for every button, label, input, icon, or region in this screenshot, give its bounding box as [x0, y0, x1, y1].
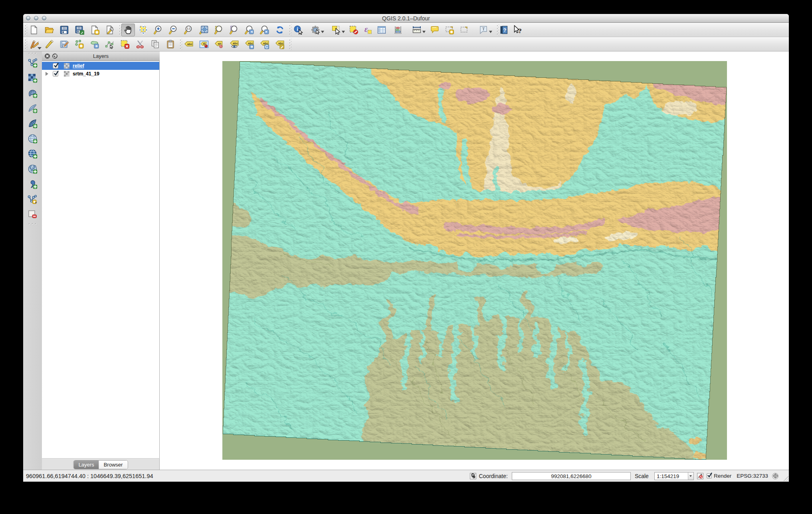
- scale-combo[interactable]: 1:154219: [654, 472, 694, 480]
- add-feature-button[interactable]: [73, 38, 86, 51]
- add-wcs-layer-button[interactable]: [26, 146, 40, 161]
- whats-this-button[interactable]: ?: [511, 24, 525, 36]
- toggle-editing-button[interactable]: [42, 38, 56, 51]
- add-spatialite-layer-button[interactable]: [26, 101, 40, 116]
- layer-checkbox[interactable]: [53, 71, 58, 77]
- toolbar-drag-handle[interactable]: [288, 39, 291, 50]
- pan-to-selection-button[interactable]: [137, 24, 150, 36]
- save-project-as-button[interactable]: [73, 24, 86, 36]
- zoom-native-button[interactable]: 1:1: [182, 24, 196, 36]
- resize-grip[interactable]: [783, 476, 788, 481]
- current-edits-button[interactable]: [27, 38, 41, 51]
- menu-arrow-icon[interactable]: [489, 31, 492, 33]
- zoom-in-button[interactable]: [152, 24, 165, 36]
- select-by-expression-button[interactable]: ε: [361, 24, 374, 36]
- panel-close-button[interactable]: [45, 53, 50, 59]
- zoom-full-icon: [199, 25, 209, 35]
- expander-icon[interactable]: [46, 72, 48, 76]
- toolbar-drag-handle[interactable]: [118, 24, 121, 36]
- toolbar-drag-handle[interactable]: [28, 222, 38, 225]
- scale-dropdown-arrow[interactable]: [688, 472, 693, 480]
- identify-features-icon: i: [293, 25, 303, 35]
- identify-features-button[interactable]: i: [291, 24, 305, 36]
- map-tips-button[interactable]: [428, 24, 442, 36]
- text-annotation-button[interactable]: T: [477, 24, 494, 36]
- layer-checkbox[interactable]: [53, 63, 58, 69]
- toolbar-drag-handle[interactable]: [24, 39, 27, 50]
- menu-arrow-icon[interactable]: [321, 31, 324, 33]
- measure-button[interactable]: [410, 24, 428, 36]
- delete-selected-button[interactable]: [118, 38, 132, 51]
- paste-features-button[interactable]: [164, 38, 177, 51]
- help-contents-button[interactable]: ?: [497, 24, 511, 36]
- remove-layer-button[interactable]: [26, 207, 40, 222]
- open-project-button[interactable]: [42, 24, 56, 36]
- add-vector-layer-button[interactable]: [26, 55, 40, 70]
- refresh-button[interactable]: [273, 24, 287, 36]
- menu-arrow-icon[interactable]: [422, 31, 426, 33]
- new-bookmark-button[interactable]: [443, 24, 456, 36]
- show-bookmarks-button[interactable]: [457, 24, 471, 36]
- toolbar-drag-handle[interactable]: [24, 24, 27, 36]
- layer-row-relief[interactable]: relief: [42, 62, 159, 70]
- new-shapefile-layer-button[interactable]: [26, 192, 40, 207]
- change-label-button[interactable]: [273, 38, 287, 51]
- copy-features-button[interactable]: [149, 38, 162, 51]
- new-composer-button[interactable]: [88, 24, 101, 36]
- new-project-button[interactable]: [27, 24, 41, 36]
- layer-row-srtm[interactable]: srtm_41_19: [42, 70, 159, 78]
- save-layer-edits-icon: [59, 40, 69, 49]
- layer-name[interactable]: relief: [73, 63, 84, 69]
- menu-arrow-icon[interactable]: [342, 31, 345, 33]
- add-mssql-layer-button[interactable]: [26, 116, 40, 131]
- save-project-button[interactable]: [57, 24, 71, 36]
- crs-status-button[interactable]: [772, 473, 778, 479]
- cut-features-button[interactable]: [133, 38, 147, 51]
- add-wfs-layer-button[interactable]: [26, 161, 40, 176]
- layer-labeling-options-button[interactable]: ab: [197, 38, 211, 51]
- move-label-button[interactable]: [243, 38, 256, 51]
- zoom-full-button[interactable]: [197, 24, 211, 36]
- deselect-features-icon: [349, 25, 358, 35]
- toolbar-drag-handle[interactable]: [288, 24, 291, 36]
- zoom-to-layer-button[interactable]: [228, 24, 241, 36]
- layer-name[interactable]: srtm_41_19: [73, 71, 99, 77]
- map-canvas[interactable]: [160, 51, 789, 470]
- toolbar-drag-handle[interactable]: [28, 52, 38, 55]
- coordinate-input[interactable]: 992081,6226680: [512, 472, 631, 480]
- add-delimited-text-layer-button[interactable]: [26, 176, 40, 192]
- add-postgis-layer-button[interactable]: [26, 85, 40, 101]
- save-layer-edits-button[interactable]: [57, 38, 71, 51]
- tab-browser[interactable]: Browser: [99, 461, 128, 469]
- zoom-last-button[interactable]: [243, 24, 256, 36]
- rotate-label-button[interactable]: [258, 38, 271, 51]
- run-feature-action-button[interactable]: [309, 24, 326, 36]
- zoom-to-selection-icon: [214, 25, 224, 35]
- layer-labeling-button[interactable]: [182, 38, 196, 51]
- select-features-button[interactable]: [329, 24, 347, 36]
- add-raster-layer-button[interactable]: [26, 70, 40, 85]
- move-feature-button[interactable]: [88, 38, 101, 51]
- zoom-next-button[interactable]: [258, 24, 271, 36]
- stop-render-button[interactable]: [697, 473, 703, 479]
- deselect-features-button[interactable]: [347, 24, 360, 36]
- run-feature-action-icon: [311, 25, 320, 35]
- tab-layers[interactable]: Layers: [74, 461, 99, 469]
- node-tool-button[interactable]: [103, 38, 117, 51]
- highlight-pinned-labels-button[interactable]: [212, 38, 226, 51]
- field-calculator-button[interactable]: [391, 24, 405, 36]
- pan-map-button[interactable]: [121, 24, 135, 36]
- zoom-to-selection-button[interactable]: [212, 24, 226, 36]
- toggle-extents-display-button[interactable]: [470, 473, 476, 479]
- zoom-out-button[interactable]: [167, 24, 180, 36]
- title-bar[interactable]: QGIS 2.0.1–Dufour: [23, 14, 789, 23]
- add-wms-layer-button[interactable]: [26, 131, 40, 146]
- panel-float-button[interactable]: [52, 53, 57, 59]
- show-hide-labels-button[interactable]: [228, 38, 241, 51]
- render-checkbox[interactable]: [707, 473, 712, 478]
- node-tool-icon: [105, 40, 115, 49]
- composer-manager-button[interactable]: [103, 24, 117, 36]
- menu-arrow-icon[interactable]: [38, 47, 42, 49]
- open-attribute-table-button[interactable]: [375, 24, 388, 36]
- toolbar-drag-handle[interactable]: [179, 39, 182, 50]
